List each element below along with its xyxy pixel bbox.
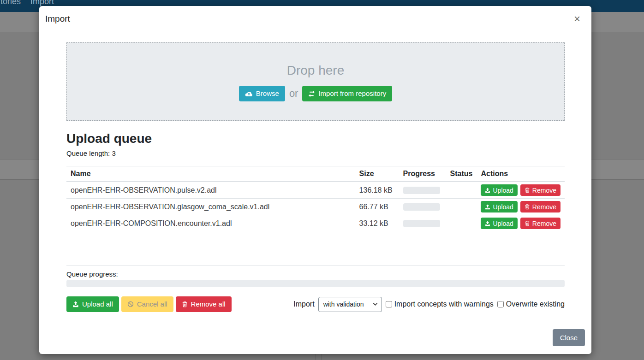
upload-icon	[485, 221, 490, 226]
upload-queue-table: Name Size Progress Status Actions openEH…	[66, 166, 565, 231]
upload-file-label: Upload	[493, 186, 513, 195]
upload-queue-heading: Upload queue	[66, 131, 565, 146]
browse-button-label: Browse	[256, 89, 279, 98]
cancel-all-label: Cancel all	[137, 300, 167, 308]
close-icon[interactable]: ×	[569, 12, 585, 26]
upload-all-button[interactable]: Upload all	[66, 296, 119, 312]
queue-length-label: Queue length: 3	[66, 149, 565, 157]
queue-controls: Upload all Cancel all Remove all Import …	[66, 296, 565, 312]
file-progress-bar	[403, 187, 440, 194]
remove-file-label: Remove	[532, 186, 556, 195]
bg-nav-item-import: Import	[30, 0, 54, 6]
trash-icon	[525, 220, 530, 226]
upload-icon	[485, 188, 490, 193]
trash-icon	[525, 204, 530, 210]
ban-icon	[127, 301, 134, 307]
import-mode-label: Import	[293, 300, 314, 308]
remove-file-button[interactable]: Remove	[520, 184, 561, 196]
dropzone-actions: Browse or Import from repository	[67, 86, 564, 101]
file-status	[446, 199, 477, 215]
queue-progress-label: Queue progress:	[66, 270, 565, 278]
remove-file-button[interactable]: Remove	[520, 201, 561, 212]
import-from-repository-label: Import from repository	[318, 89, 386, 98]
file-progress-bar	[403, 220, 440, 227]
upload-file-label: Upload	[493, 203, 513, 211]
modal-body: Drop here Browse or Import from reposito…	[39, 32, 591, 322]
file-size: 33.12 kB	[355, 215, 399, 232]
import-modal: Import × Drop here Browse or Import from	[39, 6, 591, 354]
exchange-arrows-icon	[308, 90, 315, 97]
table-row: openEHR-EHR-OBSERVATION.pulse.v2.adl 136…	[66, 182, 565, 199]
file-status	[446, 215, 477, 232]
column-header-status: Status	[446, 166, 477, 182]
import-warnings-label: Import concepts with warnings	[394, 300, 494, 308]
remove-file-button[interactable]: Remove	[520, 218, 561, 229]
cloud-upload-icon	[245, 90, 253, 97]
trash-icon	[525, 187, 530, 193]
column-header-progress: Progress	[399, 166, 446, 182]
import-warnings-checkbox[interactable]	[386, 301, 392, 307]
table-row: openEHR-EHR-COMPOSITION.encounter.v1.adl…	[66, 215, 565, 232]
remove-all-button[interactable]: Remove all	[176, 296, 232, 312]
bg-nav-item-repositories: tories	[0, 0, 21, 6]
column-header-actions: Actions	[477, 166, 565, 182]
overwrite-existing-checkbox[interactable]	[497, 301, 504, 307]
file-size: 66.77 kB	[355, 199, 399, 215]
overwrite-existing-checkbox-group: Overwrite existing	[497, 300, 565, 308]
file-status	[446, 182, 477, 199]
file-progress-bar	[403, 203, 440, 211]
import-mode-select[interactable]: with validation	[318, 297, 382, 312]
queue-progress-bar	[66, 280, 565, 287]
upload-all-label: Upload all	[82, 300, 113, 308]
import-warnings-checkbox-group: Import concepts with warnings	[386, 300, 494, 308]
upload-file-button[interactable]: Upload	[481, 201, 517, 212]
drop-here-label: Drop here	[67, 43, 564, 78]
upload-file-label: Upload	[493, 219, 513, 228]
remove-file-label: Remove	[532, 219, 556, 228]
cancel-all-button[interactable]: Cancel all	[121, 296, 173, 312]
upload-file-button[interactable]: Upload	[481, 184, 517, 196]
column-header-name: Name	[66, 166, 355, 182]
file-size: 136.18 kB	[355, 182, 399, 199]
table-row: openEHR-EHR-OBSERVATION.glasgow_coma_sca…	[66, 199, 565, 215]
overwrite-existing-label: Overwrite existing	[506, 300, 565, 308]
column-header-size: Size	[355, 166, 399, 182]
table-header-row: Name Size Progress Status Actions	[66, 166, 565, 182]
upload-queue-table-container: Name Size Progress Status Actions openEH…	[66, 166, 565, 266]
upload-file-button[interactable]: Upload	[481, 218, 517, 229]
remove-file-label: Remove	[532, 203, 556, 211]
modal-footer: Close	[39, 322, 591, 354]
browse-button[interactable]: Browse	[239, 86, 285, 101]
file-drop-zone[interactable]: Drop here Browse or Import from reposito…	[66, 42, 565, 121]
file-name: openEHR-EHR-OBSERVATION.pulse.v2.adl	[66, 182, 355, 199]
trash-icon	[182, 301, 188, 307]
remove-all-label: Remove all	[191, 300, 226, 308]
modal-title: Import	[45, 14, 70, 24]
close-button[interactable]: Close	[553, 329, 585, 346]
file-name: openEHR-EHR-OBSERVATION.glasgow_coma_sca…	[66, 199, 355, 215]
or-label: or	[289, 88, 298, 100]
import-from-repository-button[interactable]: Import from repository	[302, 86, 392, 101]
modal-header: Import ×	[39, 6, 591, 32]
upload-icon	[485, 204, 490, 210]
upload-icon	[72, 301, 79, 307]
file-name: openEHR-EHR-COMPOSITION.encounter.v1.adl	[66, 215, 355, 232]
